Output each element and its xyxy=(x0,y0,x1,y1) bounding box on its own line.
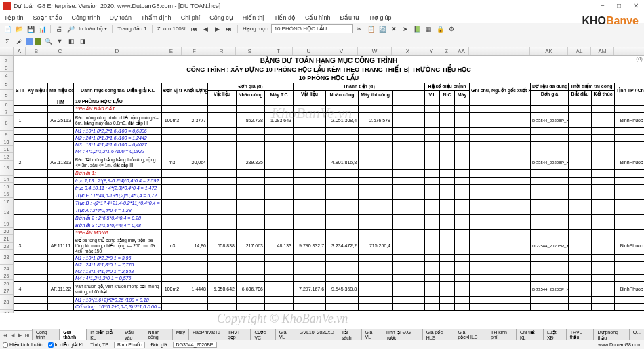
col-X[interactable]: X xyxy=(392,47,424,55)
col-U[interactable]: U xyxy=(293,47,325,55)
lock-icon[interactable]: 🔒 xyxy=(435,24,445,34)
tool1-icon[interactable]: ◧ xyxy=(66,37,76,46)
menu-cost[interactable]: Chi phí xyxy=(181,14,201,21)
estimate-table[interactable]: STT Ký hiệu bản vẽ Mã hiệu công tác Danh… xyxy=(14,83,644,311)
print-icon[interactable]: 🖨 xyxy=(54,24,64,34)
col-E[interactable]: E xyxy=(161,47,182,55)
table-row[interactable]: Bờ nền 1: xyxy=(14,170,645,178)
table-row[interactable]: **PHẦN MÓNG xyxy=(14,230,645,237)
menu-tools[interactable]: Công cụ xyxy=(209,14,233,21)
menu-estimate[interactable]: Dự toán xyxy=(110,14,132,21)
table-row[interactable]: Bờ nền 3 : 2*1,5*0,4*0,4 = 0,48 xyxy=(14,222,645,230)
table-row[interactable]: Trục A : 2*4*0,4*0,4 = 1,28 xyxy=(14,207,645,215)
tab-nav-first-icon[interactable]: ⏮ xyxy=(1,333,8,338)
fill-green-icon[interactable] xyxy=(35,38,41,45)
maximize-button[interactable]: □ xyxy=(614,2,624,9)
grid[interactable]: BẢNG DỰ TOÁN HẠNG MỤC CÔNG TRÌNH CÔNG TR… xyxy=(14,56,644,311)
table-row[interactable]: 3AF.11111Đổ bê tông thủ công bằng máy tr… xyxy=(14,237,645,255)
col-AM[interactable]: AM xyxy=(591,47,614,55)
menu-view[interactable]: Hiển thị xyxy=(243,14,265,21)
table-row[interactable]: trục 3,4,10,11 : 4*(2,3)*0,4*0,4 = 1,472 xyxy=(14,185,645,192)
menu-edit[interactable]: Soạn thảo xyxy=(33,14,62,21)
col-S[interactable]: S xyxy=(236,47,264,55)
brush-icon[interactable]: 🖌 xyxy=(14,37,24,46)
menu-file[interactable]: Tệp tin xyxy=(4,14,24,21)
fill-blue-icon[interactable] xyxy=(26,38,33,45)
sheet-area[interactable]: 2345567891011121314151617181920212223242… xyxy=(0,56,644,313)
val-dg[interactable]: DG3544_2020BP xyxy=(173,342,217,348)
col-Z[interactable]: Z xyxy=(439,47,454,55)
table-row[interactable]: Cổ móng : 10*(0,2+0,6-0,3)*2*1,6 /100 = … xyxy=(14,304,645,311)
table-row[interactable]: **PHẦN ĐÀO ĐẤT xyxy=(14,106,645,113)
nav-first-icon[interactable]: ⏮ xyxy=(190,24,199,34)
paste-icon[interactable]: 📋 xyxy=(366,24,376,34)
table-row[interactable]: M2 : 24*1,8*1,8*0,1 = 7,776 xyxy=(14,262,645,268)
filter-icon[interactable]: ▼ xyxy=(55,37,64,46)
col-F[interactable]: F xyxy=(182,47,207,55)
settings-icon[interactable]: ⚙ xyxy=(447,24,456,34)
col-R[interactable]: R xyxy=(207,47,236,55)
col-AK[interactable]: AK xyxy=(530,47,568,55)
menu-progress[interactable]: Tiến độ xyxy=(274,14,296,21)
sum-icon[interactable]: Σ xyxy=(3,37,12,46)
nav-prev-icon[interactable]: ◀ xyxy=(201,24,211,34)
val-tinh[interactable]: Bình Phước xyxy=(114,342,145,348)
table-row[interactable]: M2 : 24*1,8*1,8*1,6 /100 = 1,2442 xyxy=(14,135,645,142)
zoom-label[interactable]: Zoom 100% xyxy=(156,26,188,32)
minimize-button[interactable]: − xyxy=(598,2,607,9)
save-icon[interactable]: 💾 xyxy=(26,24,35,34)
col-Y[interactable]: Y xyxy=(424,47,439,55)
nav-next-icon[interactable]: ▶ xyxy=(213,24,222,34)
col-D[interactable]: D xyxy=(73,47,161,55)
menu-invest[interactable]: Đầu tư xyxy=(340,14,359,21)
open-icon[interactable]: 📂 xyxy=(14,24,24,34)
table-row[interactable]: Bờ nền 2 : 2*6,5*0,4*0,4 = 0,28 xyxy=(14,215,645,222)
print-all-dropdown[interactable]: In toàn bộ ▾ xyxy=(77,26,108,32)
refresh-icon[interactable]: 🔄 xyxy=(378,24,387,34)
cut-icon[interactable]: ✂ xyxy=(355,24,364,34)
export-icon[interactable]: 📊 xyxy=(37,24,47,34)
menu-appraise[interactable]: Thẩm định xyxy=(141,14,172,21)
table-row[interactable]: HM10 PHÒNG HỌC LẦU xyxy=(14,98,645,106)
col-W[interactable]: W xyxy=(358,47,392,55)
chk-show-dim[interactable]: Hiện kích thước xyxy=(3,342,43,348)
table-row[interactable]: M1 : 10*(1,6+2)*2*0,25 /100 = 0,18 xyxy=(14,297,645,304)
col-B[interactable]: B xyxy=(26,47,47,55)
table-row[interactable]: M3 : 13*1,4*1,4*1,6 /100 = 0,4077 xyxy=(14,142,645,148)
close-button[interactable]: ✕ xyxy=(630,2,641,9)
col-V[interactable]: V xyxy=(325,47,358,55)
new-icon[interactable]: 📄 xyxy=(3,24,12,34)
table-row[interactable]: M4 : 4*1,2*1,2*1,6 /100 = 0,0922 xyxy=(14,148,645,155)
nav-last-icon[interactable]: ⏭ xyxy=(224,24,234,34)
table-row[interactable]: 2AB.11313Đào đất móng bằng bằng thủ công… xyxy=(14,155,645,170)
table-row[interactable]: M3 : 13*1,4*1,4*0,1 = 2,548 xyxy=(14,268,645,275)
menu-help[interactable]: Trợ giúp xyxy=(369,14,392,21)
menu-config[interactable]: Cấu hình xyxy=(305,14,331,21)
col-A[interactable]: A xyxy=(14,47,26,55)
preview-icon[interactable]: 🔎 xyxy=(66,24,75,34)
table-row[interactable]: Trục B : -(2*17,4+21,4-0,2*11)*0,4*0,4 =… xyxy=(14,200,645,207)
delete-icon[interactable]: ✖ xyxy=(389,24,399,34)
col-AL[interactable]: AL xyxy=(568,47,591,55)
arrow-icon[interactable]: ➤ xyxy=(401,24,410,34)
table-row[interactable]: M4 : 4*1,2*1,2*0,1 = 0,576 xyxy=(14,275,645,282)
item-dropdown[interactable]: 10 PHÒNG HỌC LẦU xyxy=(271,24,353,33)
col-T[interactable]: T xyxy=(264,47,293,55)
col-AA[interactable]: AA xyxy=(454,47,469,55)
menu-project[interactable]: Công trình xyxy=(72,14,100,21)
col-C[interactable]: C xyxy=(47,47,73,55)
col-ghichu[interactable] xyxy=(469,47,530,55)
table-row[interactable]: trục 1,13 : 2*(8,9-0,2*4)*0,4*0,4 = 2,59… xyxy=(14,178,645,185)
page-first-label[interactable]: Trang đầu 1 xyxy=(116,26,148,32)
table-row[interactable]: 1AB.25113Đào móng công trình, chiều rộng… xyxy=(14,113,645,128)
tab-nav-last-icon[interactable]: ⏭ xyxy=(24,333,31,338)
chk-print-kl[interactable]: In diễn giải KL xyxy=(48,342,85,348)
tab-nav-prev-icon[interactable]: ◀ xyxy=(9,333,16,338)
table-row[interactable]: M1 : 10*1,8*2,2*1,6 /100 = 0,6336 xyxy=(14,128,645,135)
table-row[interactable]: Trục E : 1*(44,6-13*0,2)*0,4*0,4 = 6,72 xyxy=(14,192,645,200)
tab-nav-next-icon[interactable]: ▶ xyxy=(16,333,23,338)
table-row[interactable]: M1 : 10*1,8*2,2*0,1 = 3,96 xyxy=(14,255,645,262)
table-row[interactable]: 4AF.81122Ván khuôn gỗ, Ván khuôn móng cố… xyxy=(14,282,645,297)
excel-icon[interactable]: 📗 xyxy=(412,24,422,34)
tool2-icon[interactable]: ◨ xyxy=(78,37,87,46)
